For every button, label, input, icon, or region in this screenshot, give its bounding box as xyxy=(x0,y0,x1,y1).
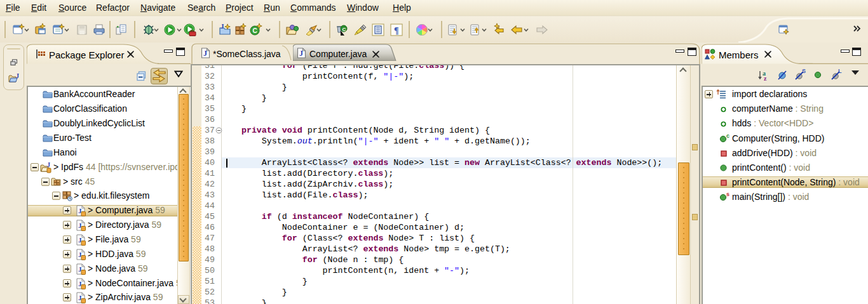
svg-text:¶: ¶ xyxy=(394,26,399,36)
svg-text:C: C xyxy=(342,27,346,32)
svg-text:J: J xyxy=(220,22,224,30)
svg-text:c: c xyxy=(726,133,729,139)
svg-text:S: S xyxy=(802,69,806,74)
svg-text:L: L xyxy=(838,69,842,74)
svg-text:J: J xyxy=(47,162,50,168)
svg-text:z: z xyxy=(764,75,767,81)
svg-text:J: J xyxy=(16,73,19,79)
svg-text:C: C xyxy=(253,27,257,34)
svg-text:s: s xyxy=(726,192,729,197)
